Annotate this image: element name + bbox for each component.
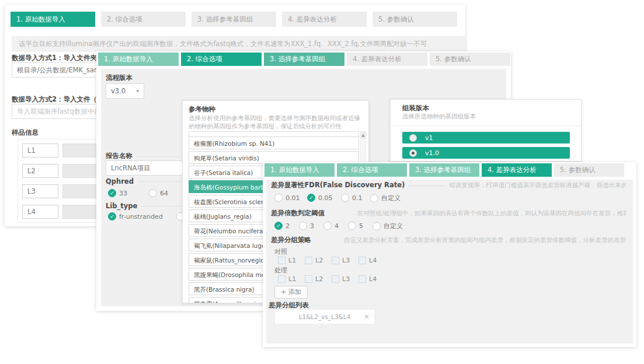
dotted-leader (142, 205, 183, 206)
fdr-0.01-radio[interactable]: 0.01 (274, 194, 300, 202)
control-L2-checkbox[interactable]: L2 (305, 257, 323, 264)
sample-name-input[interactable]: L1 (22, 144, 58, 158)
libtype-fr-unstranded-radio[interactable]: ✓ fr-unstranded (108, 212, 163, 220)
fdr-0.05-radio[interactable]: ✓ 0.05 (307, 194, 333, 202)
assembly-panel-description: 选择所选物种的基因组版本 (402, 113, 476, 121)
control-L1-checkbox[interactable]: L1 (278, 257, 296, 264)
tab-step-1[interactable]: 1. 原始数据导入 (11, 12, 95, 27)
report-name-label: 报告名称 (106, 152, 133, 160)
radio-unchecked-icon (409, 134, 417, 142)
tab-step-5[interactable]: 5. 参数确认 (554, 163, 624, 177)
scroll-up-icon[interactable]: ▲ (361, 132, 365, 139)
radio-unchecked-icon (323, 222, 332, 230)
fold-2-radio[interactable]: ✓ 2 (274, 222, 290, 230)
dotted-leader (329, 213, 353, 214)
import-mode-1-label: 数据导入方式1：导入文件夹 (12, 54, 97, 62)
tab-step-5[interactable]: 5. 参数确认 (373, 12, 457, 27)
group-strategy-hint: 自定义差异分析方案，完成差异分析所需的组间与组内差异，根据设定的差异倍数阈值，分… (344, 236, 626, 244)
radio-unchecked-icon (299, 222, 307, 230)
add-comparison-button[interactable]: + 添加 (274, 286, 308, 299)
dotted-leader (138, 181, 183, 182)
tab-step-3[interactable]: 3. 选择参考基因组 (192, 12, 276, 27)
radio-checked-icon (409, 149, 417, 157)
platform-notice: 该平台目前支持Illumina测序仪产出的双端测序数据，文件格式为fastq格式… (12, 36, 465, 52)
control-group-label: 对照 (274, 247, 287, 256)
sample-name-input[interactable]: L4 (22, 205, 58, 219)
pipeline-version-label: 流程版本 (106, 74, 133, 82)
checkbox-unchecked-icon (278, 275, 286, 283)
caret-down-icon: ▾ (136, 84, 139, 98)
radio-unchecked-icon (348, 222, 356, 230)
tab-step-4[interactable]: 4. 差异表达分析 (347, 52, 427, 66)
control-L4-checkbox[interactable]: L4 (358, 257, 377, 264)
fold-4-radio[interactable]: 4 (323, 222, 339, 230)
step-bar: 1. 原始数据导入 2. 综合选项 3. 选择参考基因组 4. 差异表达分析 5… (264, 163, 626, 177)
pipeline-version-select[interactable]: v3.0 ▾ (106, 83, 144, 99)
fold-change-hint: 在对照组/处理组中，如果基因的表达有两个倍数以上的差值，则认为该基因在两组间存在… (357, 209, 626, 218)
step-bar: 1. 原始数据导入 2. 综合选项 3. 选择参考基因组 4. 差异表达分析 5… (11, 12, 463, 27)
tab-step-1[interactable]: 1. 原始数据导入 (98, 52, 179, 66)
tab-step-5[interactable]: 5. 参数确认 (430, 52, 510, 66)
tab-step-4[interactable]: 4. 差异表达分析 (282, 12, 367, 27)
sample-name-input[interactable]: L3 (22, 184, 58, 198)
species-panel-description: 选择分析使用的参考基因组，需要选择与测序数据相同或者近缘的物种的基因组作为参考基… (189, 114, 361, 130)
checkbox-unchecked-icon (358, 257, 366, 264)
checkbox-unchecked-icon (305, 257, 312, 264)
divider (391, 125, 581, 126)
radio-checked-icon: ✓ (108, 212, 116, 220)
treatment-group-label: 处理 (274, 266, 287, 275)
app-root: 1. 原始数据导入 2. 综合选项 3. 选择参考基因组 4. 差异表达分析 5… (0, 0, 644, 364)
fdr-label: 差异显著性FDR(False Discovery Rate) (271, 181, 405, 190)
tab-step-2[interactable]: 2. 综合选项 (337, 163, 407, 177)
checkbox-unchecked-icon (278, 257, 286, 264)
checkbox-unchecked-icon (305, 275, 312, 283)
fdr-custom-radio[interactable]: 自定义 (370, 194, 401, 202)
fdr-0.1-radio[interactable]: 0.1 (341, 194, 363, 202)
treatment-L1-checkbox[interactable]: L1 (278, 275, 296, 283)
fold-5-radio[interactable]: 5 (348, 222, 363, 230)
group-strategy-label: 差异分组策略 (271, 236, 311, 244)
tab-step-3[interactable]: 3. 选择参考基因组 (409, 163, 479, 177)
qphred-33-radio[interactable]: ✓ 33 (108, 189, 127, 197)
fold-custom-radio[interactable]: 自定义 (373, 222, 403, 230)
checkbox-unchecked-icon (332, 257, 339, 264)
qphred-64-radio[interactable]: 64 (149, 189, 168, 197)
treatment-L2-checkbox[interactable]: L2 (305, 275, 323, 283)
window-diff-expression: 1. 原始数据导入 2. 综合选项 3. 选择参考基因组 4. 差异表达分析 5… (263, 162, 636, 347)
comparison-tag: L1&L2_vs_L3&L4 × (274, 309, 375, 324)
tab-step-2[interactable]: 2. 综合选项 (181, 52, 262, 66)
assembly-version-panel: 组装版本 选择所选物种的基因组版本 v1 v1.0 (390, 99, 582, 162)
sample-info-label: 样品信息 (12, 128, 39, 137)
radio-unchecked-icon (149, 189, 157, 197)
treatment-L4-checkbox[interactable]: L4 (358, 275, 377, 283)
species-item[interactable]: 根瘤菌(Rhizobium sp. N41) (189, 136, 359, 149)
tab-step-1[interactable]: 1. 原始数据导入 (264, 163, 335, 177)
dotted-leader (137, 156, 178, 157)
checkbox-unchecked-icon (358, 275, 366, 283)
step-bar: 1. 原始数据导入 2. 综合选项 3. 选择参考基因组 4. 差异表达分析 5… (98, 52, 513, 66)
radio-checked-icon: ✓ (307, 194, 315, 202)
radio-checked-icon: ✓ (274, 222, 283, 230)
treatment-L3-checkbox[interactable]: L3 (332, 275, 350, 283)
radio-unchecked-icon (341, 194, 349, 202)
assembly-option-v1[interactable]: v1 (402, 132, 570, 144)
dotted-leader (316, 240, 339, 240)
radio-checked-icon: ✓ (108, 189, 116, 197)
radio-unchecked-icon (274, 194, 283, 202)
sample-name-input[interactable]: L2 (22, 164, 58, 178)
control-L3-checkbox[interactable]: L3 (332, 257, 350, 264)
tab-step-2[interactable]: 2. 综合选项 (101, 12, 186, 27)
plus-icon: + (281, 288, 286, 296)
checkbox-unchecked-icon (332, 275, 339, 283)
radio-unchecked-icon (373, 222, 381, 230)
dotted-leader (409, 185, 444, 186)
pipeline-version-value: v3.0 (111, 84, 126, 98)
assembly-option-v1.0-selected[interactable]: v1.0 (402, 147, 570, 159)
remove-tag-icon[interactable]: × (364, 310, 370, 324)
qphred-label: Qphred (106, 177, 134, 186)
comparison-list-label: 差异分组列表 (269, 301, 309, 310)
assembly-panel-title: 组装版本 (402, 104, 429, 113)
fold-3-radio[interactable]: 3 (299, 222, 314, 230)
tab-step-3[interactable]: 3. 选择参考基因组 (264, 52, 344, 66)
tab-step-4[interactable]: 4. 差异表达分析 (482, 163, 552, 177)
